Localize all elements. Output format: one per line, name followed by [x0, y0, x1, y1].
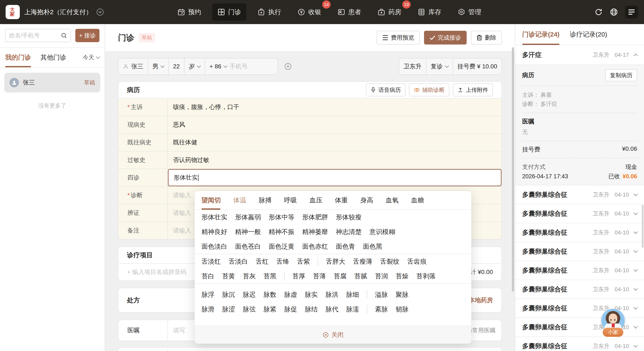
- symptom-tag[interactable]: 苔润: [375, 272, 388, 281]
- symptom-tag[interactable]: 舌绛: [276, 257, 289, 266]
- nav-item-3[interactable]: 执行: [252, 3, 286, 21]
- symptom-tag[interactable]: 脉实: [305, 290, 318, 299]
- symptom-tag[interactable]: 形体壮实: [202, 213, 227, 222]
- symptom-tag[interactable]: 舌裂纹: [380, 257, 400, 266]
- symptom-tag[interactable]: 舌瘦薄: [353, 257, 372, 266]
- doctor-field[interactable]: 卫东升: [399, 58, 426, 74]
- nav-item-7[interactable]: 库存: [412, 3, 446, 21]
- symptom-tag[interactable]: 脉数: [264, 290, 276, 299]
- delete-button[interactable]: 删除: [471, 31, 502, 44]
- visit-record-item[interactable]: 多囊卵巢综合征卫东升04-10: [515, 185, 644, 204]
- popup-tab-1[interactable]: 望闻切: [202, 191, 221, 210]
- expand-icon[interactable]: [634, 249, 638, 253]
- assist-diagnosis-button[interactable]: 辅助诊断: [409, 83, 450, 96]
- symptom-tag[interactable]: 面色黑: [363, 242, 382, 251]
- symptom-tag[interactable]: 舌紫: [297, 257, 310, 266]
- symptom-tag[interactable]: 紊脉: [375, 305, 388, 314]
- nav-item-8[interactable]: 管理: [452, 3, 486, 21]
- row-input[interactable]: 既往体健: [168, 134, 502, 151]
- tab-other-clinic[interactable]: 其他门诊: [40, 47, 66, 67]
- expand-icon[interactable]: [634, 305, 638, 310]
- nav-item-2[interactable]: 门诊: [212, 3, 246, 21]
- copy-record-button[interactable]: 复制病历: [605, 69, 637, 81]
- nav-item-6[interactable]: 药房19: [372, 3, 406, 21]
- symptom-tag[interactable]: 脉紧: [264, 305, 276, 314]
- symptom-tag[interactable]: 脉滑: [202, 305, 214, 314]
- popup-tab-6[interactable]: 体重: [335, 191, 348, 210]
- registration-fee-field[interactable]: 挂号费 ¥ 10.00: [453, 58, 502, 74]
- fee-preview-button[interactable]: 费用预览: [377, 31, 420, 44]
- brand[interactable]: 大家 上海抱朴2（汇付支付）: [0, 5, 172, 19]
- symptom-tag[interactable]: 精神良好: [202, 228, 227, 236]
- receive-patient-button[interactable]: + 接诊: [75, 29, 100, 42]
- globe-icon[interactable]: [610, 8, 618, 16]
- row-input[interactable]: 恶风: [168, 116, 502, 133]
- symptom-tag[interactable]: 面色泛黄: [268, 242, 294, 251]
- expand-icon[interactable]: [634, 287, 638, 291]
- symptom-tag[interactable]: 脉虚: [284, 290, 297, 299]
- symptom-tag[interactable]: 形体羸弱: [235, 213, 261, 222]
- row-input[interactable]: 形体壮实: [168, 169, 502, 186]
- symptom-tag[interactable]: 苔灰: [243, 272, 256, 281]
- treatment-input[interactable]: + 输入项目名或拼音码: [127, 268, 186, 276]
- symptom-tag[interactable]: 精神萎靡: [302, 228, 328, 236]
- symptom-tag[interactable]: 舌红: [256, 257, 268, 266]
- symptom-tag[interactable]: 苔厚: [292, 272, 305, 281]
- voice-record-button[interactable]: 语音病历: [366, 83, 406, 96]
- symptom-tag[interactable]: 面色淡白: [202, 242, 227, 251]
- assistant-widget[interactable]: 小家: [602, 309, 625, 338]
- popup-tab-9[interactable]: 血糖: [411, 191, 424, 210]
- symptom-tag[interactable]: 脉迟: [243, 290, 256, 299]
- clinic-switch-icon[interactable]: [97, 8, 104, 15]
- advice-input[interactable]: 填写: [173, 326, 185, 335]
- menu-icon[interactable]: [625, 5, 638, 18]
- symptom-tag[interactable]: 形体肥胖: [302, 213, 328, 222]
- visit-record-item[interactable]: 多囊卵巢综合征卫东升04-10: [515, 242, 644, 261]
- symptom-tag[interactable]: 脉促: [284, 305, 297, 314]
- popup-tab-2[interactable]: 体温: [233, 191, 246, 210]
- expand-icon[interactable]: [634, 230, 638, 234]
- symptom-tag[interactable]: 脉细: [346, 290, 359, 299]
- visit-record-item[interactable]: 多囊卵巢综合征卫东升04-10: [515, 223, 644, 242]
- symptom-tag[interactable]: 神志清楚: [336, 228, 362, 236]
- main-scrollbar[interactable]: [512, 47, 514, 292]
- symptom-tag[interactable]: 脉结: [305, 305, 318, 314]
- popup-tab-5[interactable]: 血压: [310, 191, 322, 210]
- nav-item-5[interactable]: 患者: [332, 3, 366, 21]
- row-input[interactable]: 咳痰，腹胀，心悸，口干: [168, 98, 502, 116]
- symptom-tag[interactable]: 精神不振: [268, 228, 294, 236]
- gender-select[interactable]: 男: [148, 58, 169, 74]
- symptom-tag[interactable]: 面色苍白: [235, 242, 261, 251]
- nav-item-4[interactable]: 收银14: [292, 3, 326, 21]
- patient-name-field[interactable]: 张三: [118, 58, 148, 74]
- expanded-record-header[interactable]: 多汗症 卫东升04-17: [515, 45, 644, 64]
- symptom-tag[interactable]: 脉代: [326, 305, 338, 314]
- popup-tab-3[interactable]: 脉搏: [259, 191, 272, 210]
- age-field[interactable]: 22: [169, 58, 184, 74]
- symptom-tag[interactable]: 面色赤红: [302, 242, 328, 251]
- date-filter[interactable]: 今天: [83, 53, 100, 61]
- patient-list-item[interactable]: 张三 草稿: [4, 73, 100, 92]
- expand-icon[interactable]: [634, 211, 638, 215]
- symptom-tag[interactable]: 苔黄: [222, 272, 235, 281]
- upload-attachment-button[interactable]: 上传附件: [453, 83, 493, 96]
- popup-tab-7[interactable]: 身高: [360, 191, 373, 210]
- symptom-tag[interactable]: 溢脉: [375, 290, 388, 299]
- symptom-tag[interactable]: 形体中等: [268, 213, 294, 222]
- refresh-icon[interactable]: [594, 8, 603, 16]
- visit-record-item[interactable]: 多囊卵巢综合征卫东升04-10: [515, 318, 644, 337]
- expand-icon[interactable]: [634, 324, 638, 329]
- symptom-tag[interactable]: 意识模糊: [369, 228, 395, 236]
- popup-tab-4[interactable]: 呼吸: [284, 191, 297, 210]
- symptom-tag[interactable]: 面色青: [336, 242, 355, 251]
- symptom-tag[interactable]: 舌胖大: [326, 257, 345, 266]
- row-input[interactable]: 否认药物过敏: [168, 151, 502, 169]
- symptom-tag[interactable]: 苔白: [202, 272, 214, 281]
- symptom-tag[interactable]: 舌齿痕: [407, 257, 426, 266]
- expand-icon[interactable]: [634, 343, 638, 348]
- popup-close-button[interactable]: 关闭: [194, 326, 472, 344]
- symptom-tag[interactable]: 苔薄: [313, 272, 326, 281]
- visit-record-item[interactable]: 多囊卵巢综合征卫东升04-10: [515, 280, 644, 299]
- tab-my-clinic[interactable]: 我的门诊: [5, 47, 31, 67]
- symptom-tag[interactable]: 脉涩: [222, 305, 235, 314]
